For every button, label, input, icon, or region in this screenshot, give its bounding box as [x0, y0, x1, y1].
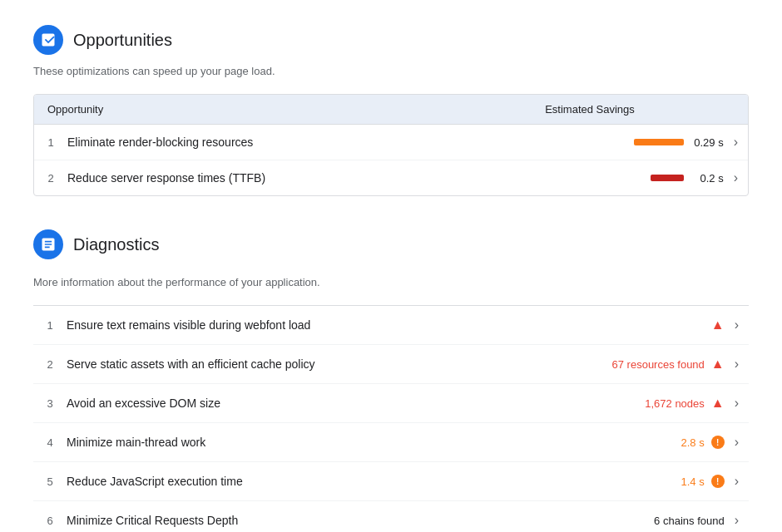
row-label: Ensure text remains visible during webfo…: [67, 318, 566, 332]
savings-value: 0.29 s: [690, 136, 724, 149]
diagnostics-icon: [33, 229, 63, 259]
table-row[interactable]: 1 Ensure text remains visible during web…: [33, 306, 749, 345]
row-label: Avoid an excessive DOM size: [67, 397, 566, 410]
row-number: 2: [34, 172, 67, 185]
row-number: 4: [33, 436, 67, 449]
chevron-down-icon: ›: [734, 135, 738, 150]
chevron-down-icon: ›: [735, 435, 739, 450]
table-row[interactable]: 6 Minimize Critical Requests Depth 6 cha…: [33, 501, 749, 532]
row-savings: 0.2 s ›: [432, 170, 748, 185]
row-number: 2: [33, 358, 67, 371]
table-row[interactable]: 3 Avoid an excessive DOM size 1,672 node…: [33, 384, 749, 423]
opportunities-section-header: Opportunities: [33, 25, 749, 55]
warning-triangle-icon: ▲: [711, 318, 725, 332]
warning-circle-icon: !: [711, 475, 725, 488]
savings-value: 0.2 s: [690, 172, 724, 185]
chains-found-label: 6 chains found: [654, 515, 725, 527]
row-savings: 1,672 nodes ▲ ›: [566, 396, 749, 411]
savings-bar-orange: [634, 139, 684, 145]
chevron-down-icon: ›: [735, 357, 739, 372]
diagnostics-section-header: Diagnostics: [33, 229, 749, 259]
diagnostics-title: Diagnostics: [73, 235, 159, 254]
table-row[interactable]: 5 Reduce JavaScript execution time 1.4 s…: [33, 462, 749, 501]
chevron-down-icon: ›: [735, 513, 739, 528]
row-number: 5: [33, 475, 67, 488]
opportunities-table-header: Opportunity Estimated Savings: [34, 95, 748, 125]
row-number: 1: [34, 136, 67, 149]
chevron-down-icon: ›: [735, 396, 739, 411]
resources-found-label: 67 resources found: [612, 358, 705, 371]
opportunity-col-header: Opportunity: [34, 95, 432, 124]
row-savings: 1.4 s ! ›: [566, 474, 749, 489]
row-savings: ▲ ›: [566, 318, 749, 332]
diagnostics-table: 1 Ensure text remains visible during web…: [33, 305, 749, 532]
row-label: Serve static assets with an efficient ca…: [67, 357, 566, 371]
row-number: 3: [33, 397, 67, 410]
row-label: Reduce server response times (TTFB): [67, 171, 432, 185]
savings-col-header: Estimated Savings: [432, 95, 748, 124]
opportunities-subtitle: These optimizations can speed up your pa…: [33, 65, 749, 77]
table-row[interactable]: 2 Serve static assets with an efficient …: [33, 345, 749, 384]
savings-bar-red: [651, 175, 684, 181]
diagnostics-subtitle: More information about the performance o…: [33, 276, 749, 288]
table-row[interactable]: 2 Reduce server response times (TTFB) 0.…: [34, 160, 748, 195]
time-value-label: 1.4 s: [681, 475, 704, 488]
warning-circle-icon: !: [711, 436, 725, 449]
chevron-down-icon: ›: [735, 474, 739, 489]
opportunities-table: Opportunity Estimated Savings 1 Eliminat…: [33, 94, 749, 196]
chevron-down-icon: ›: [734, 170, 738, 185]
row-label: Minimize main-thread work: [67, 436, 566, 449]
row-label: Reduce JavaScript execution time: [67, 475, 566, 488]
opportunities-icon: [33, 25, 63, 55]
warning-triangle-icon: ▲: [711, 396, 725, 411]
row-label: Eliminate render-blocking resources: [67, 135, 432, 149]
row-savings: 2.8 s ! ›: [566, 435, 749, 450]
row-savings: 0.29 s ›: [432, 135, 748, 150]
row-number: 1: [33, 319, 67, 332]
row-number: 6: [33, 515, 67, 527]
row-savings: 67 resources found ▲ ›: [566, 357, 749, 372]
table-row[interactable]: 1 Eliminate render-blocking resources 0.…: [34, 125, 748, 160]
time-value-label: 2.8 s: [681, 436, 704, 449]
table-row[interactable]: 4 Minimize main-thread work 2.8 s ! ›: [33, 423, 749, 462]
nodes-found-label: 1,672 nodes: [645, 397, 705, 410]
warning-triangle-icon: ▲: [711, 357, 725, 372]
opportunities-title: Opportunities: [73, 31, 172, 50]
row-savings: 6 chains found ›: [566, 513, 749, 528]
row-label: Minimize Critical Requests Depth: [67, 514, 566, 527]
chevron-down-icon: ›: [735, 318, 739, 332]
